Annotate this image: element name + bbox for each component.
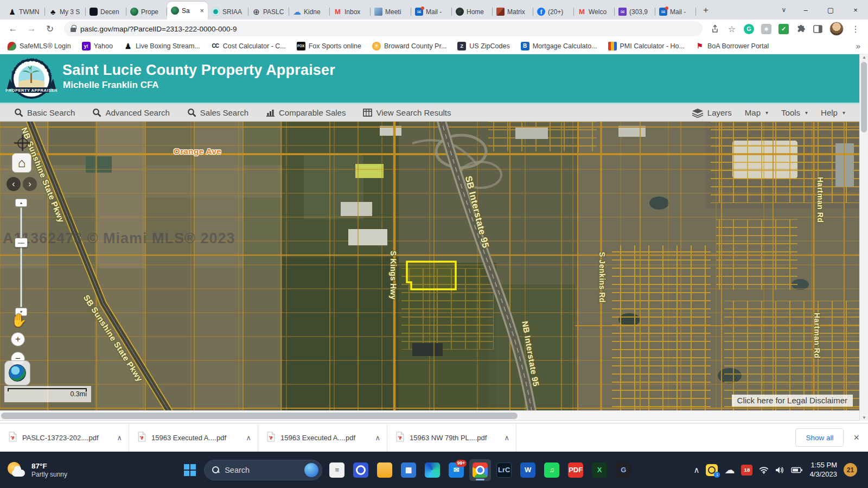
bookmark-item[interactable]: y!Yahoo: [82, 42, 113, 50]
bookmark-item[interactable]: BMortgage Calculato...: [521, 42, 597, 50]
grammarly-extension-icon[interactable]: G: [744, 24, 754, 34]
taskbar-app-file-explorer[interactable]: [374, 459, 395, 481]
window-minimize-button[interactable]: –: [793, 0, 818, 20]
browser-tab[interactable]: MWelco: [574, 4, 615, 20]
tab-search-chevron-icon[interactable]: ∨: [775, 6, 793, 14]
nav-item-sales-search[interactable]: Sales Search: [187, 108, 248, 117]
downloads-bar-close-icon[interactable]: ×: [853, 432, 859, 443]
download-card[interactable]: 15963 Executed A....pdf∧: [129, 423, 258, 452]
browser-tab[interactable]: ✉(303,9: [615, 4, 655, 20]
download-card[interactable]: 15963 NW 79th PL....pdf∧: [387, 423, 516, 452]
nav-item-comparable-sales[interactable]: Comparable Sales: [266, 108, 346, 117]
bookmark-item[interactable]: *Broward County Pr...: [372, 42, 446, 50]
forward-button[interactable]: →: [24, 21, 39, 36]
browser-tab[interactable]: ♣My 3 S: [45, 4, 86, 20]
download-caret-icon[interactable]: ∧: [117, 434, 122, 442]
nav-item-view-search-results[interactable]: View Search Results: [363, 108, 451, 117]
download-card[interactable]: 15963 Executed A....pdf∧: [258, 423, 387, 452]
taskbar-weather-widget[interactable]: 87°F Partly sunny: [7, 461, 120, 479]
download-card[interactable]: PASLC-13723-202....pdf∧: [0, 423, 129, 452]
taskbar-app-documents[interactable]: ≡: [326, 459, 348, 481]
profile-avatar[interactable]: [829, 22, 844, 36]
taskbar-app-edge-browser[interactable]: [422, 459, 443, 481]
scroll-up-arrow[interactable]: ▲: [860, 55, 868, 60]
calendar-badge-icon[interactable]: 18: [741, 465, 752, 476]
browser-tab[interactable]: SRIAA: [208, 4, 248, 20]
taskbar-app-acrobat-pdf[interactable]: PDF: [565, 459, 586, 481]
scroll-down-arrow[interactable]: ▼: [860, 415, 868, 420]
nav-item-basic-search[interactable]: Basic Search: [14, 108, 75, 117]
browser-tab[interactable]: f(20+): [533, 4, 574, 20]
volume-icon[interactable]: [775, 466, 784, 474]
zoom-slider[interactable]: ▴ ▾: [13, 199, 29, 316]
nav-item-tools[interactable]: Tools▾: [781, 108, 808, 117]
vertical-scrollbar[interactable]: ▲ ▼: [859, 54, 868, 421]
browser-tab[interactable]: Matrix: [493, 4, 533, 20]
teams-clock-icon[interactable]: [706, 464, 718, 476]
taskbar-search-box[interactable]: Search: [204, 460, 322, 480]
zoom-slider-track[interactable]: [20, 207, 22, 307]
map-home-button[interactable]: ⌂: [12, 153, 31, 173]
battery-icon[interactable]: [791, 467, 803, 473]
clock[interactable]: 1:55 PM 4/3/2023: [809, 461, 837, 479]
tray-overflow-chevron-icon[interactable]: ∧: [693, 465, 699, 475]
window-close-button[interactable]: ×: [843, 0, 868, 20]
next-extent-button[interactable]: ›: [23, 177, 37, 191]
horizontal-scrollbar-thumb[interactable]: [1, 413, 518, 419]
browser-tab[interactable]: ⊕PASLC: [248, 4, 289, 20]
taskbar-app-word[interactable]: W: [517, 459, 539, 481]
download-caret-icon[interactable]: ∧: [246, 434, 251, 442]
lock-icon[interactable]: [71, 28, 76, 32]
bookmark-item[interactable]: FOXFox Sports online: [297, 42, 361, 50]
bookmark-item[interactable]: PMI Calculator - Ho...: [608, 42, 685, 50]
refresh-button[interactable]: ↻: [42, 21, 58, 36]
new-tab-button[interactable]: +: [698, 3, 713, 18]
bookmark-item[interactable]: ♟Live Boxing Stream...: [124, 42, 200, 50]
url-text[interactable]: paslc.gov/map/?ParcelID=2313-222-0000-00…: [80, 25, 237, 33]
vertical-scrollbar-thumb[interactable]: [861, 62, 867, 132]
taskbar-app-store[interactable]: ▦: [398, 459, 419, 481]
browser-tab[interactable]: ✉Mail -: [655, 4, 696, 20]
zoom-slider-up-button[interactable]: ▴: [15, 199, 27, 207]
horizontal-scrollbar[interactable]: [0, 410, 868, 421]
browser-tab[interactable]: MInbox: [330, 4, 371, 20]
checkmark-extension-icon[interactable]: ✓: [778, 24, 789, 34]
taskbar-app-spotify[interactable]: ♫: [541, 459, 563, 481]
bookmark-item[interactable]: SafeMLS® Login: [8, 42, 71, 50]
taskbar-app-lightroom[interactable]: LrC: [493, 459, 515, 481]
share-icon[interactable]: [710, 24, 720, 34]
side-panel-icon[interactable]: [813, 24, 822, 34]
browser-tab[interactable]: Home: [452, 4, 493, 20]
taskbar-app-g-app[interactable]: G: [612, 459, 634, 481]
show-all-downloads-button[interactable]: Show all: [795, 428, 844, 447]
legal-disclaimer-link[interactable]: Click here for Legal Disclaimer: [732, 395, 853, 407]
basemap-globe-button[interactable]: [4, 360, 30, 385]
notification-count-badge[interactable]: 21: [844, 463, 857, 477]
browser-tab[interactable]: ♟TWMN: [4, 4, 45, 20]
zoom-in-button[interactable]: +: [11, 332, 25, 346]
nav-item-layers[interactable]: Layers: [692, 108, 732, 118]
zoom-slider-handle[interactable]: [15, 238, 28, 248]
extensions-puzzle-icon[interactable]: [796, 24, 806, 34]
taskbar-app-mail[interactable]: ✉99+: [445, 459, 467, 481]
bookmark-item[interactable]: ZUS ZipCodes: [457, 42, 509, 50]
previous-extent-button[interactable]: ‹: [7, 177, 21, 191]
browser-menu-kebab-icon[interactable]: ⋮: [851, 24, 860, 34]
onedrive-cloud-icon[interactable]: ☁: [724, 464, 735, 476]
back-button[interactable]: ←: [5, 21, 21, 36]
bookmark-star-icon[interactable]: ☆: [727, 24, 737, 34]
nav-item-advanced-search[interactable]: Advanced Search: [92, 108, 169, 117]
extension-icon[interactable]: ∗: [761, 24, 771, 34]
map-viewport[interactable]: Orange AveNB Sunshine State PkwySB Sunsh…: [0, 122, 859, 410]
download-caret-icon[interactable]: ∧: [504, 434, 509, 442]
browser-tab[interactable]: Decen: [86, 4, 126, 20]
browser-tab[interactable]: Sa×: [167, 2, 208, 20]
download-caret-icon[interactable]: ∧: [375, 434, 380, 442]
address-bar[interactable]: paslc.gov/map/?ParcelID=2313-222-0000-00…: [64, 21, 703, 36]
bookmarks-overflow-chevron[interactable]: »: [856, 41, 860, 50]
taskbar-app-excel[interactable]: X: [589, 459, 610, 481]
browser-tab[interactable]: Meeti: [371, 4, 411, 20]
taskbar-app-camera[interactable]: [350, 459, 372, 481]
browser-tab[interactable]: ☁Kidne: [289, 4, 330, 20]
taskbar-app-chrome-browser[interactable]: [469, 459, 491, 481]
